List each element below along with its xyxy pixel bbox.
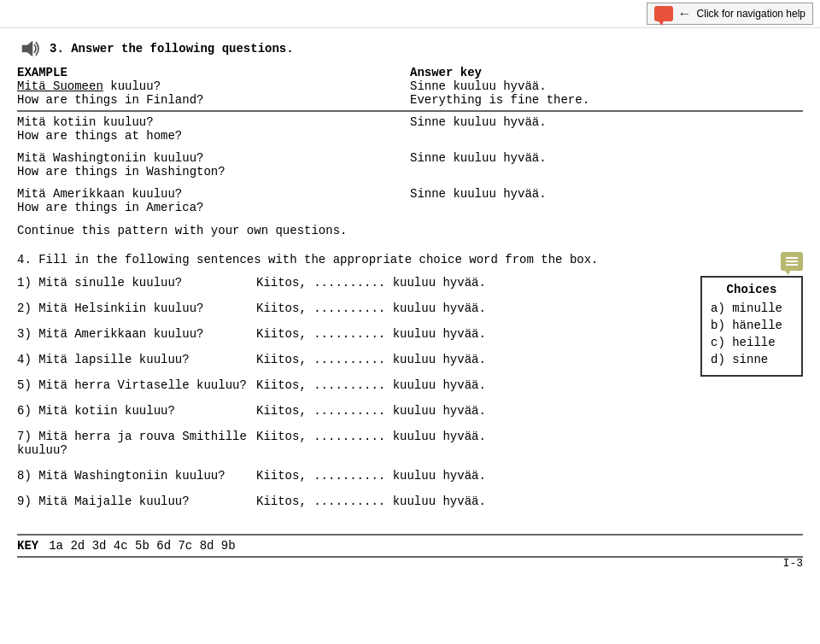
speaker-icon[interactable] xyxy=(17,37,41,61)
ex-a1: Sinne kuuluu hyvää. xyxy=(410,79,803,93)
choice-c: c) heille xyxy=(711,336,793,349)
comment-line-2 xyxy=(786,261,798,262)
section4-header: 4. Fill in the following sentences with … xyxy=(17,249,803,271)
q3-a1: Sinne kuuluu hyvää. xyxy=(410,187,803,201)
choices-box: Choices a) minulle b) hänelle c) heille … xyxy=(700,276,803,377)
comment-icon xyxy=(781,252,803,271)
fill-a-3: Kiitos, .......... kuuluu hyvää. xyxy=(256,327,538,341)
fill-row-5: 5) Mitä herra Virtaselle kuuluu? Kiitos,… xyxy=(17,378,675,392)
comment-icon-lines xyxy=(786,257,798,266)
q2-q2: How are things in Washington? xyxy=(17,165,410,179)
choice-a: a) minulle xyxy=(711,302,793,315)
q3-block: Mitä Amerikkaan kuuluu? How are things i… xyxy=(17,187,803,214)
key-divider-top xyxy=(17,534,803,536)
q3-questions: Mitä Amerikkaan kuuluu? How are things i… xyxy=(17,187,410,214)
chat-icon xyxy=(654,6,673,21)
example-block: EXAMPLE Mitä Suomeen kuuluu? How are thi… xyxy=(17,66,803,107)
fill-a-6: Kiitos, .......... kuuluu hyvää. xyxy=(256,404,538,418)
key-section: KEY 1a 2d 3d 4c 5b 6d 7c 8d 9b xyxy=(17,534,803,558)
page-number: I-3 xyxy=(783,557,803,570)
fill-a-5: Kiitos, .......... kuuluu hyvää. xyxy=(256,378,538,392)
section4-title: 4. Fill in the following sentences with … xyxy=(17,253,767,266)
example-answers: Answer key Sinne kuuluu hyvää. Everythin… xyxy=(410,66,803,107)
q2-a1: Sinne kuuluu hyvää. xyxy=(410,151,803,165)
q3-answers: Sinne kuuluu hyvää. xyxy=(410,187,803,214)
key-label: KEY xyxy=(17,539,38,553)
q1-answers: Sinne kuuluu hyvää. xyxy=(410,115,803,143)
fill-rows: 1) Mitä sinulle kuuluu? Kiitos, ........… xyxy=(17,276,675,520)
q2-q1: Mitä Washingtoniin kuuluu? xyxy=(17,151,410,165)
fill-q-8: 8) Mitä Washingtoniin kuuluu? xyxy=(17,469,256,483)
fill-q-3: 3) Mitä Amerikkaan kuuluu? xyxy=(17,327,256,341)
section3-title: 3. Answer the following questions. xyxy=(50,42,294,56)
section3-header: 3. Answer the following questions. xyxy=(17,37,803,61)
main-content: 3. Answer the following questions. EXAMP… xyxy=(0,28,820,578)
nav-help-label: Click for navigation help xyxy=(697,8,805,20)
fill-a-7: Kiitos, .......... kuuluu hyvää. xyxy=(256,430,538,443)
fill-q-1: 1) Mitä sinulle kuuluu? xyxy=(17,276,256,290)
fill-row-3: 3) Mitä Amerikkaan kuuluu? Kiitos, .....… xyxy=(17,327,675,341)
key-divider-bottom xyxy=(17,556,803,558)
q2-block: Mitä Washingtoniin kuuluu? How are thing… xyxy=(17,151,803,179)
svg-marker-0 xyxy=(22,41,32,56)
key-row: KEY 1a 2d 3d 4c 5b 6d 7c 8d 9b xyxy=(17,539,803,553)
comment-line-3 xyxy=(786,264,798,266)
fill-q-9: 9) Mitä Maijalle kuuluu? xyxy=(17,495,256,508)
fill-a-9: Kiitos, .......... kuuluu hyvää. xyxy=(256,495,538,508)
fill-a-8: Kiitos, .......... kuuluu hyvää. xyxy=(256,469,538,483)
divider1 xyxy=(17,110,803,112)
comment-line-1 xyxy=(786,257,798,259)
example-questions: EXAMPLE Mitä Suomeen kuuluu? How are thi… xyxy=(17,66,410,107)
arrow-icon: ← xyxy=(678,6,692,21)
ex-a2: Everything is fine there. xyxy=(410,93,803,107)
ex-q1: Mitä Suomeen kuuluu? xyxy=(17,79,410,93)
choice-d: d) sinne xyxy=(711,353,793,366)
q1-block: Mitä kotiin kuuluu? How are things at ho… xyxy=(17,115,803,143)
fill-row-1: 1) Mitä sinulle kuuluu? Kiitos, ........… xyxy=(17,276,675,290)
key-answers: 1a 2d 3d 4c 5b 6d 7c 8d 9b xyxy=(49,539,235,553)
fill-q-7: 7) Mitä herra ja rouva Smithille kuuluu? xyxy=(17,430,256,457)
fill-q-5: 5) Mitä herra Virtaselle kuuluu? xyxy=(17,378,256,392)
q1-q2: How are things at home? xyxy=(17,129,410,143)
q2-answers: Sinne kuuluu hyvää. xyxy=(410,151,803,179)
q1-questions: Mitä kotiin kuuluu? How are things at ho… xyxy=(17,115,410,143)
fill-row-2: 2) Mitä Helsinkiin kuuluu? Kiitos, .....… xyxy=(17,302,675,315)
answer-key-label: Answer key xyxy=(410,66,803,79)
top-bar: ← Click for navigation help xyxy=(0,0,820,28)
q1-q1: Mitä kotiin kuuluu? xyxy=(17,115,410,129)
section4-content: 1) Mitä sinulle kuuluu? Kiitos, ........… xyxy=(17,276,803,520)
fill-a-1: Kiitos, .......... kuuluu hyvää. xyxy=(256,276,538,290)
fill-a-4: Kiitos, .......... kuuluu hyvää. xyxy=(256,353,538,366)
fill-row-9: 9) Mitä Maijalle kuuluu? Kiitos, .......… xyxy=(17,495,675,508)
example-label: EXAMPLE xyxy=(17,66,410,79)
choices-title: Choices xyxy=(711,283,793,296)
fill-q-6: 6) Mitä kotiin kuuluu? xyxy=(17,404,256,418)
fill-row-7: 7) Mitä herra ja rouva Smithille kuuluu?… xyxy=(17,430,675,457)
nav-help-button[interactable]: ← Click for navigation help xyxy=(647,3,813,25)
fill-row-8: 8) Mitä Washingtoniin kuuluu? Kiitos, ..… xyxy=(17,469,675,483)
choice-b: b) hänelle xyxy=(711,319,793,332)
fill-row-6: 6) Mitä kotiin kuuluu? Kiitos, .........… xyxy=(17,404,675,418)
q3-q1: Mitä Amerikkaan kuuluu? xyxy=(17,187,410,201)
fill-q-2: 2) Mitä Helsinkiin kuuluu? xyxy=(17,302,256,315)
q3-q2: How are things in America? xyxy=(17,201,410,214)
q2-questions: Mitä Washingtoniin kuuluu? How are thing… xyxy=(17,151,410,179)
fill-a-2: Kiitos, .......... kuuluu hyvää. xyxy=(256,302,538,315)
q1-a1: Sinne kuuluu hyvää. xyxy=(410,115,803,129)
fill-row-4: 4) Mitä lapsille kuuluu? Kiitos, .......… xyxy=(17,353,675,366)
fill-q-4: 4) Mitä lapsille kuuluu? xyxy=(17,353,256,366)
continue-text: Continue this pattern with your own ques… xyxy=(17,221,803,240)
ex-q2: How are things in Finland? xyxy=(17,93,410,107)
